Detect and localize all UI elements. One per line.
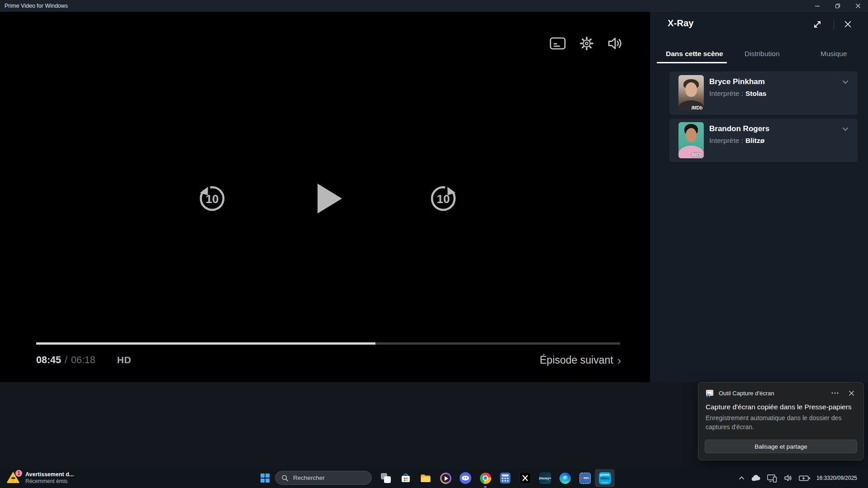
warning-icon-wrap: ☂ 1 [6, 470, 21, 485]
svg-text:☂: ☂ [10, 475, 16, 483]
taskbar-app-store[interactable] [396, 469, 416, 487]
photo-art [686, 128, 697, 142]
subtitles-button[interactable] [549, 36, 567, 51]
settings-gear-icon [579, 35, 595, 52]
file-explorer-icon [420, 472, 432, 484]
cast-photo: IMDb [678, 122, 704, 158]
onedrive-cloud-icon [750, 474, 761, 482]
close-icon [855, 3, 861, 9]
duration: 06:18 [71, 355, 95, 366]
cast-info: Brandon Rogers Interprète :Blitzø [709, 124, 769, 145]
taskbar-app-task-view[interactable] [376, 469, 396, 487]
role-value: Blitzø [745, 137, 764, 144]
alert-subtitle: Récemment émis [25, 478, 74, 485]
tab-musique[interactable]: Musique [821, 50, 847, 58]
x-app-icon [520, 473, 531, 483]
quality-badge: HD [117, 355, 131, 365]
toast-header: Outil Capture d'écran [705, 389, 774, 398]
role-label: Interprète : [709, 137, 743, 144]
xray-close-button[interactable] [841, 18, 854, 30]
alert-title: Avertissement d... [25, 471, 74, 478]
chevron-up-icon [739, 476, 745, 480]
system-tray: 16:33 20/09/2025 [739, 468, 868, 488]
cast-button[interactable] [767, 474, 778, 483]
cast-photo: IMDb [678, 75, 704, 111]
window-controls [807, 0, 868, 12]
notification-toast[interactable]: Outil Capture d'écran Capture d'écran co… [698, 382, 864, 460]
chevron-down-icon [842, 127, 849, 131]
imdb-watermark: IMDb [692, 152, 702, 157]
tray-volume-button[interactable] [783, 474, 793, 482]
calculator-icon [499, 472, 511, 484]
player-topbar [549, 35, 624, 52]
forward-10-button[interactable]: 10 [427, 182, 460, 215]
chevron-right-icon: › [617, 354, 621, 366]
toast-close-button[interactable] [845, 388, 857, 398]
tab-distribution[interactable]: Distribution [745, 50, 780, 58]
search-icon [281, 474, 289, 482]
chrome-icon [480, 473, 491, 484]
toast-action-button[interactable]: Balisage et partage [705, 440, 857, 453]
taskbar-app-chrome[interactable] [475, 469, 495, 487]
taskbar-app-screen-recorder[interactable] [575, 469, 595, 487]
restore-button[interactable] [827, 0, 848, 12]
taskbar-app-discord[interactable] [455, 469, 475, 487]
imdb-watermark: IMDb [692, 105, 702, 110]
cast-name: Brandon Rogers [709, 124, 769, 133]
edge-icon [560, 473, 571, 484]
close-button[interactable] [848, 0, 868, 12]
toast-more-button[interactable] [829, 388, 841, 398]
play-button[interactable] [311, 182, 344, 215]
cast-expand-button[interactable] [840, 76, 851, 88]
header-divider [834, 19, 834, 30]
x-glyph [520, 473, 531, 483]
video-player-surface[interactable]: 10 10 08:45 / 06:18 HD Épisod [0, 12, 650, 382]
taskbar-app-x[interactable] [515, 469, 535, 487]
current-time: 08:45 [36, 355, 61, 366]
volume-button[interactable] [607, 36, 624, 51]
taskbar-app-disney-plus[interactable] [535, 469, 555, 487]
taskbar-weather-alert[interactable]: ☂ 1 Avertissement d... Récemment émis [6, 470, 74, 485]
next-episode-button[interactable]: Épisode suivant › [540, 354, 621, 366]
clock[interactable]: 16:33 20/09/2025 [816, 475, 857, 482]
restore-icon [835, 3, 840, 9]
windows-logo-icon [261, 474, 270, 483]
onedrive-button[interactable] [750, 474, 761, 482]
alert-badge: 1 [15, 470, 22, 477]
seek-bar[interactable] [36, 342, 620, 345]
time-separator: / [65, 355, 67, 366]
rewind-10-label: 10 [206, 192, 219, 206]
cast-card[interactable]: IMDb Brandon Rogers Interprète :Blitzø [669, 118, 858, 162]
volume-icon [607, 36, 624, 51]
cast-expand-button[interactable] [840, 123, 851, 135]
tab-dans-cette-scene[interactable]: Dans cette scène [666, 50, 723, 58]
xray-tabs: Dans cette scène Distribution Musique [650, 48, 868, 66]
xray-expand-button[interactable] [811, 19, 824, 30]
search-input[interactable]: Rechercher [275, 471, 372, 485]
taskbar-app-calculator[interactable] [495, 469, 515, 487]
minimize-button[interactable] [807, 0, 827, 12]
taskbar-app-file-explorer[interactable] [416, 469, 436, 487]
taskbar-app-media-player[interactable] [436, 469, 455, 487]
task-view-icon [380, 472, 392, 484]
cast-info: Bryce Pinkham Interprète :Stolas [709, 77, 766, 98]
tray-expand-button[interactable] [739, 476, 745, 480]
rewind-10-button[interactable]: 10 [196, 182, 228, 215]
photo-art [685, 82, 697, 97]
snipping-tool-icon [705, 389, 714, 398]
battery-button[interactable] [799, 475, 811, 482]
tray-time: 16:33 [816, 475, 830, 482]
role-value: Stolas [745, 90, 767, 97]
taskbar: ☂ 1 Avertissement d... Récemment émis Re… [0, 468, 868, 488]
settings-button[interactable] [579, 35, 595, 52]
screen-recorder-icon [579, 473, 591, 484]
taskbar-app-edge[interactable] [555, 469, 575, 487]
minimize-icon [815, 3, 820, 9]
taskbar-app-prime-video[interactable]: primevideo [595, 469, 615, 487]
running-indicator [484, 486, 487, 488]
disney-plus-icon [539, 472, 551, 484]
player-bottom-bar: 08:45 / 06:18 HD Épisode suivant › [36, 350, 621, 370]
start-button[interactable] [256, 469, 274, 487]
close-icon [844, 20, 852, 28]
cast-card[interactable]: IMDb Bryce Pinkham Interprète :Stolas [669, 71, 858, 115]
